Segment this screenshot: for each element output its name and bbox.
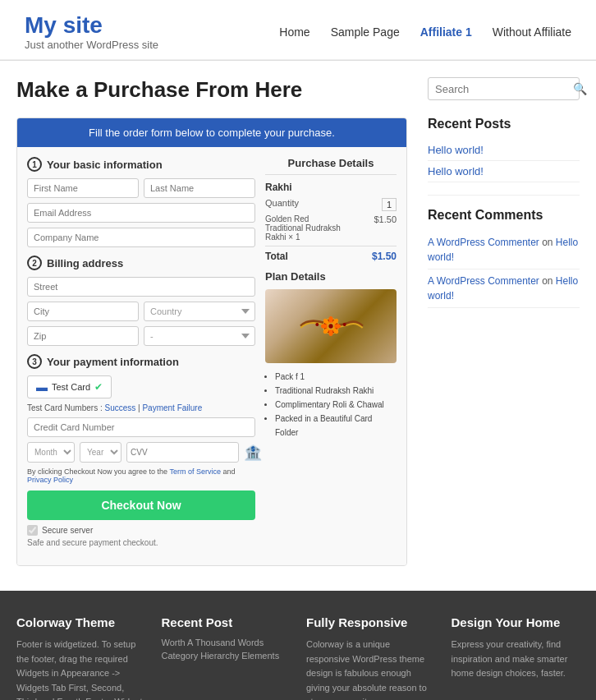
cc-row: [27, 417, 255, 437]
svg-point-3: [328, 316, 332, 323]
footer-post-link-1[interactable]: Worth A Thousand Words: [162, 638, 291, 647]
secure-checkbox: [27, 525, 38, 536]
country-select[interactable]: Country: [144, 302, 255, 321]
form-body: 1 Your basic information: [17, 147, 406, 565]
step1-title: 1 Your basic information: [27, 157, 255, 172]
cvv-input[interactable]: [126, 442, 239, 463]
svg-point-5: [334, 324, 341, 328]
lastname-input[interactable]: [144, 178, 255, 198]
step3-circle: 3: [27, 354, 42, 369]
name-row: [27, 178, 255, 198]
footer-col2-title: Recent Post: [162, 615, 291, 629]
form-header-text: Fill the order form below to complete yo…: [89, 127, 335, 139]
plan-details-title: Plan Details: [265, 270, 397, 283]
company-row: [27, 228, 255, 247]
nav-home[interactable]: Home: [279, 25, 309, 39]
test-card-button[interactable]: ▬ Test Card ✔: [27, 375, 112, 398]
footer-col4-title: Design Your Home: [452, 615, 580, 629]
footer-col3-title: Fully Responsive: [306, 615, 435, 629]
purchase-form-wrapper: Fill the order form below to complete yo…: [16, 117, 407, 566]
nav-affiliate1[interactable]: Affiliate 1: [420, 25, 472, 39]
card-image-icon: 🏦: [244, 444, 262, 462]
footer-col-2: Recent Post Worth A Thousand Words Categ…: [162, 615, 291, 700]
footer-post-link-2[interactable]: Category Hierarchy Elements: [162, 651, 291, 661]
nav-sample[interactable]: Sample Page: [331, 25, 400, 39]
test-card-links: Test Card Numbers : Success | Payment Fa…: [27, 403, 255, 412]
step3-label: Your payment information: [47, 356, 179, 368]
step2-title: 2 Billing address: [27, 256, 255, 270]
commenter-2-link[interactable]: A WordPress Commenter: [428, 275, 539, 287]
quantity-label: Quantity: [265, 198, 299, 211]
month-select[interactable]: Month: [27, 442, 75, 463]
content-area: Make a Purchase From Here Fill the order…: [0, 77, 596, 591]
item-price-row: Golden Red Traditional Rudraksh Rakhi × …: [265, 214, 397, 242]
product-name: Rakhi: [265, 182, 397, 193]
company-input[interactable]: [27, 228, 255, 247]
privacy-link[interactable]: Privacy Policy: [27, 476, 73, 484]
footer-col1-text: Footer is widgetized. To setup the foote…: [16, 638, 145, 700]
email-input[interactable]: [27, 203, 255, 223]
city-input[interactable]: [27, 302, 139, 321]
detail-divider: [265, 246, 397, 246]
safe-text: Safe and secure payment checkout.: [27, 538, 255, 547]
footer-main: Colorway Theme Footer is widgetized. To …: [0, 591, 596, 700]
site-description: Just another WordPress site: [25, 39, 158, 51]
search-box: 🔍: [428, 77, 580, 100]
rakhi-svg: [298, 297, 364, 355]
nav-without-affiliate[interactable]: Without Affiliate: [493, 25, 571, 39]
commenter-1-link[interactable]: A WordPress Commenter: [428, 237, 539, 248]
secure-server-row: Secure server: [27, 525, 255, 536]
total-price: $1.50: [372, 251, 397, 262]
main-nav: Home Sample Page Affiliate 1 Without Aff…: [279, 25, 571, 39]
form-header-bar: Fill the order form below to complete yo…: [17, 118, 406, 147]
svg-point-11: [315, 323, 319, 326]
feature-2: Traditional Rudraksh Rakhi: [275, 384, 397, 398]
success-link[interactable]: Success: [104, 403, 135, 412]
header-divider: [0, 60, 596, 61]
step2-section: 2 Billing address Country: [27, 256, 255, 346]
zip-input[interactable]: [27, 326, 139, 346]
firstname-input[interactable]: [27, 178, 139, 198]
footer: Colorway Theme Footer is widgetized. To …: [0, 591, 596, 700]
footer-col3-text: Colorway is a unique responsive WordPres…: [306, 638, 435, 700]
purchase-details-title: Purchase Details: [265, 157, 397, 175]
street-input[interactable]: [27, 277, 255, 297]
search-input[interactable]: [435, 83, 573, 95]
email-row: [27, 203, 255, 223]
step3-section: 3 Your payment information ▬ Test Card ✔…: [27, 354, 255, 547]
step1-label: Your basic information: [47, 159, 163, 171]
site-title[interactable]: My site: [25, 12, 103, 38]
search-button[interactable]: 🔍: [573, 82, 587, 95]
zip-extra-select[interactable]: -: [144, 326, 255, 346]
quantity-row: Quantity 1: [265, 198, 397, 211]
cc-input[interactable]: [27, 417, 255, 437]
test-card-numbers-text: Test Card Numbers :: [27, 403, 103, 412]
zip-row: -: [27, 326, 255, 346]
step2-circle: 2: [27, 256, 42, 270]
year-select[interactable]: Year: [80, 442, 121, 463]
tos-link[interactable]: Term of Service: [169, 467, 221, 476]
footer-col4-text: Express your creativity, find inspiratio…: [452, 638, 580, 681]
failure-link[interactable]: Payment Failure: [142, 403, 202, 412]
payment-details-row: Month Year 🏦: [27, 442, 255, 463]
item-label: Golden Red Traditional Rudraksh Rakhi × …: [265, 214, 347, 242]
footer-col-1: Colorway Theme Footer is widgetized. To …: [16, 615, 145, 700]
form-left: 1 Your basic information: [27, 157, 255, 555]
street-row: [27, 277, 255, 297]
footer-col-3: Fully Responsive Colorway is a unique re…: [306, 615, 435, 700]
purchase-details: Purchase Details Rakhi Quantity 1 Golden…: [265, 157, 397, 555]
feature-4: Packed in a Beautiful Card Folder: [275, 412, 397, 440]
step1-circle: 1: [27, 157, 42, 172]
total-row: Total $1.50: [265, 251, 397, 262]
step2-label: Billing address: [47, 257, 123, 269]
test-card-label: Test Card: [52, 382, 90, 392]
footer-col-4: Design Your Home Express your creativity…: [452, 615, 580, 700]
checkout-button[interactable]: Checkout Now: [27, 490, 255, 520]
quantity-value: 1: [382, 198, 397, 211]
post-link-1[interactable]: Hello world!: [428, 140, 580, 161]
footer-col1-title: Colorway Theme: [16, 615, 145, 629]
sidebar-divider: [428, 195, 580, 196]
post-link-2[interactable]: Hello world!: [428, 161, 580, 182]
item-price: $1.50: [374, 214, 397, 242]
recent-comments-title: Recent Comments: [428, 208, 580, 223]
